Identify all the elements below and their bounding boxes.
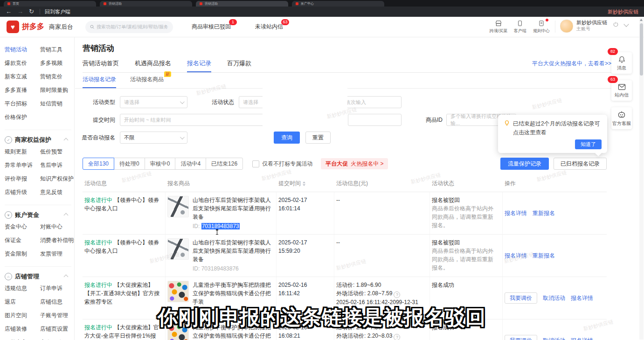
promo-hot-chip[interactable]: 平台大促火热报名中 >	[321, 158, 388, 169]
sidebar-item[interactable]: 资金限制	[5, 250, 37, 258]
got-it-button[interactable]: 知道了	[575, 139, 602, 149]
product-title[interactable]: 儿童滑步平衡车护胸车把防撞把立保护套饰熊猫玩偶卡通公仔把手装	[193, 281, 271, 306]
global-search-input[interactable]: 搜索功能/订单/课程/规则/帮助/服务	[85, 21, 173, 33]
product-id-selected[interactable]: 703189483873	[201, 223, 240, 229]
subtab-signup-records[interactable]: 活动报名记录	[83, 76, 116, 88]
sidebar-section-shop[interactable]: ⌂ 店铺管理	[5, 266, 71, 281]
sidebar-item-marketing-activity[interactable]: 营销活动	[5, 46, 37, 54]
sidebar-item[interactable]: 资金中心	[5, 223, 37, 231]
sidebar-item[interactable]: 评价举报	[5, 175, 37, 183]
sidebar-item[interactable]: 爆款竞价	[5, 59, 37, 67]
collapse-caret-icon[interactable]	[64, 213, 69, 217]
info-icon[interactable]	[394, 291, 400, 298]
signup-detail-link[interactable]: 报名详情	[571, 294, 593, 302]
exclusive-filter-checkbox[interactable]	[252, 160, 259, 167]
sidebar-item[interactable]: 低价预警	[40, 148, 74, 156]
sidebar-item[interactable]: 知识产权保护	[40, 175, 74, 183]
reset-button[interactable]: 重置	[305, 132, 331, 144]
rail-site-mail[interactable]: 63 站内信	[611, 80, 632, 101]
back-button[interactable]: ←	[6, 7, 12, 17]
extra-filter-input[interactable]	[348, 114, 402, 126]
subtab-signup-goods[interactable]: 活动报名商品新	[130, 76, 164, 88]
product-image[interactable]	[167, 281, 189, 302]
adjust-price-button[interactable]: 我要调价	[505, 335, 537, 340]
product-image[interactable]	[167, 238, 189, 260]
auto-signup-select[interactable]: 不限	[120, 132, 187, 144]
browser-tab-3[interactable]: 营销活动	[196, 1, 288, 7]
tab-signup-records[interactable]: 报名记录	[187, 59, 211, 72]
sidebar-item[interactable]: 消费者补偿明细	[40, 236, 75, 244]
sidebar-item[interactable]: 对账中心	[40, 223, 75, 231]
tab-million-bestsellers[interactable]: 百万爆款	[227, 59, 251, 72]
sidebar-item[interactable]: 短信营销	[40, 100, 71, 108]
sidebar-item[interactable]: 价格保护	[5, 113, 37, 121]
tab-opportunity-signup[interactable]: 机遇商品报名	[135, 59, 171, 72]
sidebar-item[interactable]: 退店	[5, 298, 37, 306]
chip-pending[interactable]: 待处理0	[114, 158, 145, 170]
power-icon[interactable]	[613, 21, 619, 28]
sidebar-section-rights[interactable]: ✓ 商家权益保护	[5, 130, 71, 144]
sidebar-item[interactable]: 平台招标	[5, 100, 37, 108]
sidebar-item[interactable]: 多多直播	[5, 86, 37, 94]
product-id[interactable]: ID: 703189483873	[193, 222, 271, 230]
sidebar-item[interactable]: 违规信息	[5, 284, 37, 292]
sidebar-item[interactable]: 发票管理	[40, 250, 75, 258]
sidebar-item[interactable]: 意见反馈	[40, 188, 74, 196]
sidebar-item[interactable]: 售后申诉	[40, 161, 74, 169]
sidebar-item[interactable]: 店铺信息	[40, 298, 71, 306]
chevron-down-icon[interactable]	[623, 21, 629, 27]
page-scrollbar[interactable]	[639, 18, 644, 340]
chip-reviewing[interactable]: 审核中0	[145, 158, 176, 170]
sidebar-item[interactable]: 营销竞价	[40, 73, 71, 81]
sidebar-item[interactable]: 订单申诉	[40, 284, 71, 292]
sidebar-item[interactable]: 异常单申诉	[5, 161, 37, 169]
product-title[interactable]: 山地自行车后货架钢行李架载人后支架快拆尾架后车架通用骑行装备	[193, 238, 271, 264]
rule-center-entry[interactable]: 规则中心	[531, 20, 552, 34]
promo-banner-link[interactable]: 平台大促火热报名中，去看看>>	[532, 60, 611, 68]
crossborder-entry[interactable]: 跨境/买菜	[488, 20, 509, 34]
signup-detail-link[interactable]: 报名详情	[571, 336, 593, 340]
browser-tab-2[interactable]: 营销活动	[100, 1, 192, 7]
sidebar-item[interactable]: 新客立减	[5, 73, 37, 81]
sidebar-item[interactable]: 图片空间	[5, 312, 37, 319]
info-icon[interactable]	[394, 334, 400, 340]
sidebar-section-funds[interactable]: ¥ 账户资金	[5, 205, 71, 219]
product-image[interactable]	[167, 196, 189, 217]
query-button[interactable]: 查询	[274, 132, 300, 144]
sidebar-item[interactable]: 营销工具	[40, 46, 71, 54]
signup-detail-link[interactable]: 报名详情	[505, 251, 527, 260]
sidebar-item[interactable]: 限时限量购	[40, 86, 71, 94]
product-id[interactable]: ID: 703189483876	[193, 264, 271, 273]
cancel-activity-link[interactable]: 取消活动	[543, 294, 565, 302]
adjust-price-button[interactable]: 我要调价	[505, 292, 537, 304]
sidebar-item[interactable]: 规则更新	[5, 148, 37, 156]
collapse-caret-icon[interactable]	[64, 138, 69, 142]
scroll-up-arrow[interactable]	[640, 19, 643, 21]
cancel-activity-link[interactable]: 取消活动	[543, 336, 565, 340]
product-title[interactable]: 山地自行车后货架钢行李架载人后支架快拆尾架后车架通用骑行装备	[193, 196, 271, 221]
sidebar-item[interactable]: 保证金	[5, 236, 37, 244]
chip-ended[interactable]: 已结束126	[206, 158, 243, 170]
address-text[interactable]: 回到客户端	[45, 8, 70, 15]
sidebar-item[interactable]: 多多视频	[40, 59, 71, 67]
activity-type-select[interactable]: 请选择	[120, 96, 187, 108]
rail-official-service[interactable]: 官方客服	[611, 107, 632, 129]
sidebar-item[interactable]: 店铺升级	[5, 188, 37, 196]
unread-mail-link[interactable]: 未读站内信63	[255, 23, 283, 31]
sidebar-item[interactable]: 子账号管理	[40, 312, 71, 319]
reload-button[interactable]: ↻	[29, 7, 34, 17]
browser-profile[interactable]: 新妙妙供应链	[608, 8, 638, 15]
re-signup-link[interactable]: 重新报名	[533, 209, 555, 217]
flow-protect-button[interactable]: 流量保护记录	[500, 158, 549, 170]
re-signup-link[interactable]: 重新报名	[533, 251, 555, 260]
archived-records-button[interactable]: 已归档报名记录	[554, 158, 607, 170]
browser-tab-4[interactable]: 推广中心	[292, 1, 384, 7]
collapse-caret-icon[interactable]	[64, 274, 69, 279]
tab-activity-home[interactable]: 营销活动首页	[83, 59, 119, 72]
browser-tab-1[interactable]: 首页	[4, 1, 96, 7]
chip-all[interactable]: 全部130	[83, 158, 114, 170]
col-submit-time[interactable]: 提交时间	[277, 175, 334, 192]
audit-rejected-link[interactable]: 商品审核已驳回1	[192, 23, 231, 31]
signup-detail-link[interactable]: 报名详情	[505, 209, 527, 217]
forward-button[interactable]: →	[17, 7, 23, 17]
